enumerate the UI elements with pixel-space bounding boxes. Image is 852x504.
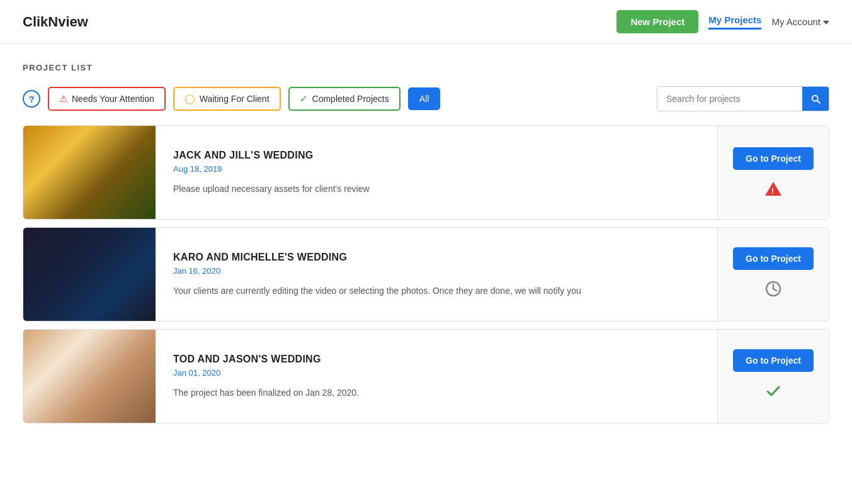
svg-line-4 <box>773 289 776 291</box>
completed-label: Completed Projects <box>312 94 389 104</box>
project-title: TOD AND JASON'S WEDDING <box>173 354 700 365</box>
project-card: KARO AND MICHELLE'S WEDDING Jan 16, 2020… <box>23 227 829 322</box>
filter-waiting-button[interactable]: ◯ Waiting For Client <box>173 87 281 111</box>
project-action: Go to Project ! <box>717 126 829 219</box>
status-completed-icon <box>764 382 782 404</box>
project-card: JACK AND JILL'S WEDDING Aug 18, 2019 Ple… <box>23 125 829 220</box>
svg-text:!: ! <box>771 186 774 196</box>
section-title: PROJECT LIST <box>23 63 829 72</box>
project-list: JACK AND JILL'S WEDDING Aug 18, 2019 Ple… <box>23 125 829 423</box>
main-content: PROJECT LIST ? ⚠ Needs Your Attention ◯ … <box>0 44 852 442</box>
project-title: JACK AND JILL'S WEDDING <box>173 150 700 161</box>
search-input[interactable] <box>657 87 802 111</box>
project-description: Your clients are currently editing the v… <box>173 284 700 298</box>
waiting-label: Waiting For Client <box>200 94 270 104</box>
search-button[interactable] <box>802 87 829 111</box>
my-account-label: My Account <box>771 16 821 27</box>
go-to-project-button[interactable]: Go to Project <box>733 349 814 372</box>
project-date: Jan 01, 2020 <box>173 368 700 378</box>
header: ClikNview New Project My Projects My Acc… <box>0 0 852 44</box>
my-projects-nav[interactable]: My Projects <box>708 14 761 30</box>
waiting-icon: ◯ <box>185 93 195 104</box>
filter-attention-button[interactable]: ⚠ Needs Your Attention <box>48 87 166 111</box>
project-content: JACK AND JILL'S WEDDING Aug 18, 2019 Ple… <box>156 126 717 219</box>
new-project-button[interactable]: New Project <box>616 10 698 33</box>
project-action: Go to Project <box>717 228 829 321</box>
logo: ClikNview <box>23 14 88 30</box>
project-content: TOD AND JASON'S WEDDING Jan 01, 2020 The… <box>156 330 717 423</box>
go-to-project-button[interactable]: Go to Project <box>733 147 814 170</box>
project-content: KARO AND MICHELLE'S WEDDING Jan 16, 2020… <box>156 228 717 321</box>
attention-label: Needs Your Attention <box>72 94 154 104</box>
project-action: Go to Project <box>717 330 829 423</box>
project-date: Jan 16, 2020 <box>173 266 700 276</box>
my-account-nav[interactable]: My Account <box>771 16 829 27</box>
project-title: KARO AND MICHELLE'S WEDDING <box>173 252 700 263</box>
status-waiting-icon <box>764 280 782 302</box>
completed-icon: ✓ <box>300 93 308 104</box>
project-image <box>23 330 156 423</box>
go-to-project-button[interactable]: Go to Project <box>733 247 814 270</box>
project-date: Aug 18, 2019 <box>173 164 700 174</box>
header-right: New Project My Projects My Account <box>616 10 829 33</box>
project-card: TOD AND JASON'S WEDDING Jan 01, 2020 The… <box>23 329 829 423</box>
filter-completed-button[interactable]: ✓ Completed Projects <box>288 87 400 111</box>
project-description: The project has been finalized on Jan 28… <box>173 386 700 400</box>
status-attention-icon: ! <box>764 180 782 198</box>
filter-row: ? ⚠ Needs Your Attention ◯ Waiting For C… <box>23 86 829 111</box>
project-image <box>23 228 156 321</box>
search-wrapper <box>657 86 829 111</box>
filter-all-button[interactable]: All <box>408 87 441 110</box>
chevron-down-icon <box>823 21 829 25</box>
project-image <box>23 126 156 219</box>
attention-icon: ⚠ <box>59 93 67 104</box>
help-icon[interactable]: ? <box>23 90 40 108</box>
project-description: Please upload necessary assets for clien… <box>173 182 700 196</box>
search-icon <box>810 93 821 104</box>
